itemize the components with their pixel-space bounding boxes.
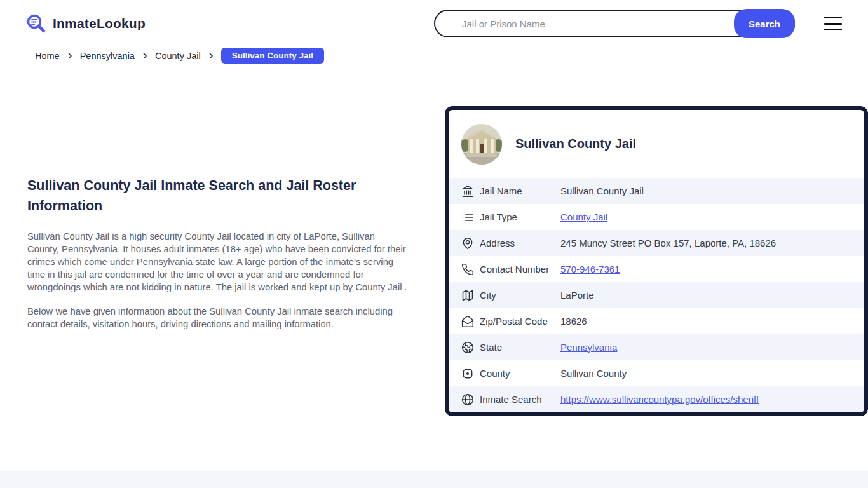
phone-icon [461, 263, 474, 276]
table-row-state: State Pennsylvania [449, 334, 864, 360]
breadcrumb-county-jail[interactable]: County Jail [155, 51, 201, 61]
row-label: Address [480, 238, 560, 248]
table-row-inmate-search: Inmate Search https://www.sullivancounty… [449, 386, 864, 412]
page-title: Sullivan County Jail Inmate Search and J… [27, 175, 409, 216]
table-row-contact-number: Contact Number 570-946-7361 [449, 256, 864, 282]
table-row-address: Address 245 Muncy Street PO Box 157, Lap… [449, 230, 864, 256]
search-button[interactable]: Search [734, 9, 795, 38]
row-label: Contact Number [480, 264, 560, 274]
breadcrumb: Home Pennsylvania County Jail Sullivan C… [35, 48, 324, 64]
row-value: 245 Muncy Street PO Box 157, Laporte, PA… [560, 238, 776, 248]
list-icon [461, 211, 474, 224]
card-header: Sullivan County Jail [449, 110, 864, 178]
county-badge-icon [461, 367, 474, 380]
row-value: Sullivan County [560, 368, 627, 379]
table-row-jail-name: Jail Name Sullivan County Jail [449, 178, 864, 204]
chevron-right-icon [141, 52, 149, 60]
breadcrumb-pennsylvania[interactable]: Pennsylvania [80, 51, 135, 61]
earth-icon [461, 341, 474, 354]
jail-type-link[interactable]: County Jail [560, 212, 607, 222]
row-label: City [480, 290, 560, 301]
row-value: LaPorte [560, 290, 594, 301]
footer-strip [0, 470, 868, 488]
row-label: State [480, 342, 560, 353]
chevron-right-icon [207, 52, 215, 60]
row-value: Sullivan County Jail [560, 186, 644, 196]
row-label: Jail Type [480, 212, 560, 222]
table-row-jail-type: Jail Type County Jail [449, 204, 864, 230]
landmark-icon [461, 185, 474, 198]
map-pin-icon [461, 237, 474, 250]
row-label: Jail Name [480, 186, 560, 196]
site-logo[interactable]: InmateLookup [25, 13, 146, 34]
breadcrumb-current-badge[interactable]: Sullivan County Jail [221, 48, 324, 64]
table-row-city: City LaPorte [449, 282, 864, 308]
row-label: Inmate Search [480, 394, 560, 405]
info-paragraph: Below we have given information about th… [27, 305, 409, 330]
row-value: 18626 [560, 316, 587, 327]
table-row-zip: Zip/Postal Code 18626 [449, 308, 864, 334]
article: Sullivan County Jail Inmate Search and J… [27, 175, 409, 342]
map-icon [461, 289, 474, 302]
page: InmateLookup Search Home Pennsylvania Co… [0, 0, 868, 488]
row-label: County [480, 368, 560, 379]
jail-photo-avatar [461, 124, 502, 165]
state-link[interactable]: Pennsylvania [560, 342, 617, 353]
courthouse-image [461, 124, 502, 165]
site-logo-text: InmateLookup [53, 16, 146, 31]
phone-link[interactable]: 570-946-7361 [560, 264, 620, 274]
card-title: Sullivan County Jail [515, 137, 636, 151]
menu-icon[interactable] [824, 17, 842, 30]
row-label: Zip/Postal Code [480, 316, 560, 327]
search-bar: Search [434, 10, 795, 37]
intro-paragraph: Sullivan County Jail is a high security … [27, 230, 409, 294]
mail-icon [461, 315, 474, 328]
inmate-search-link[interactable]: https://www.sullivancountypa.gov/offices… [560, 394, 759, 405]
table-row-county: County Sullivan County [449, 360, 864, 386]
chevron-right-icon [66, 52, 74, 60]
jail-details-table: Jail Name Sullivan County Jail Jail Type… [449, 178, 864, 412]
breadcrumb-home[interactable]: Home [35, 51, 60, 61]
magnifier-logo-icon [25, 13, 47, 34]
jail-info-card: Sullivan County Jail Jail Name Sullivan … [445, 106, 868, 416]
globe-icon [461, 393, 474, 406]
